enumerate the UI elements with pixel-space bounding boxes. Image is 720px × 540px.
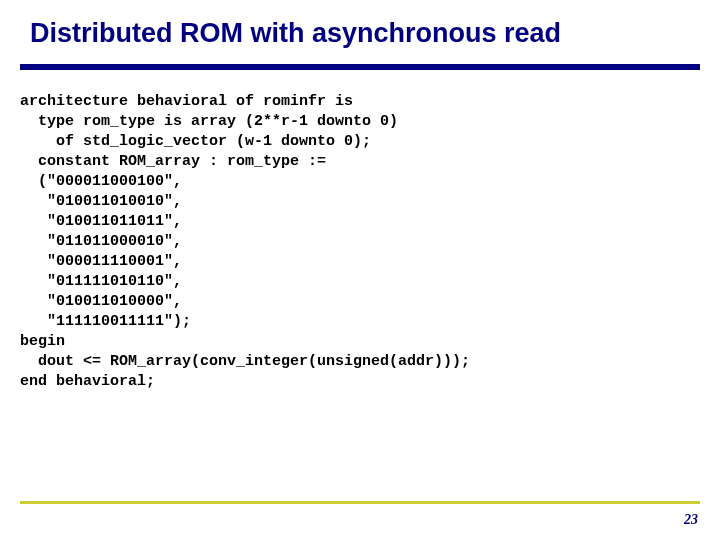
slide: Distributed ROM with asynchronous read a… [0, 0, 720, 540]
footer-rule [20, 501, 700, 504]
page-number: 23 [684, 512, 698, 528]
title-rule [20, 64, 700, 70]
slide-title: Distributed ROM with asynchronous read [30, 18, 690, 49]
code-block: architecture behavioral of rominfr is ty… [20, 92, 700, 392]
